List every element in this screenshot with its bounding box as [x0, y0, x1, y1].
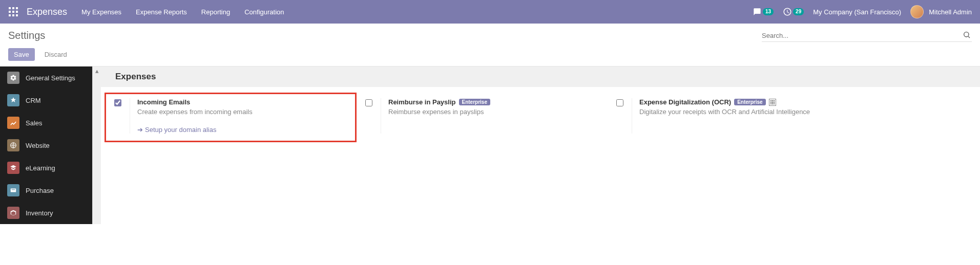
- svg-rect-20: [774, 102, 775, 103]
- setting-expense-ocr: Expense Digitalization (OCR) Enterprise …: [607, 93, 858, 142]
- enterprise-badge: Enterprise: [734, 99, 765, 105]
- main-area: General Settings CRM Sales Website eLear…: [0, 67, 980, 224]
- page-title: Settings: [8, 30, 45, 41]
- svg-rect-22: [772, 103, 773, 104]
- nav-expense-reports[interactable]: Expense Reports: [136, 8, 187, 16]
- setting-title: Incoming Emails: [137, 98, 350, 106]
- company-switcher[interactable]: My Company (San Francisco): [813, 8, 901, 16]
- svg-rect-2: [16, 7, 18, 9]
- save-button[interactable]: Save: [8, 48, 35, 61]
- gear-icon: [7, 72, 19, 84]
- search-input[interactable]: [762, 30, 962, 41]
- svg-rect-21: [770, 103, 772, 104]
- svg-rect-12: [11, 189, 16, 192]
- sidebar-item-website[interactable]: Website: [0, 134, 92, 157]
- activities-button[interactable]: 29: [783, 7, 804, 16]
- sidebar-item-label: Website: [26, 142, 50, 149]
- sidebar-item-crm[interactable]: CRM: [0, 89, 92, 112]
- svg-rect-15: [770, 100, 772, 101]
- sidebar-scrollbar[interactable]: ▴: [92, 67, 101, 224]
- sidebar-item-label: Purchase: [26, 187, 54, 194]
- globe-icon: [7, 139, 19, 151]
- expense-ocr-checkbox[interactable]: [616, 99, 623, 106]
- setting-title: Expense Digitalization (OCR): [639, 98, 731, 106]
- discard-button[interactable]: Discard: [39, 48, 73, 61]
- messages-badge: 13: [763, 8, 774, 15]
- sidebar-item-label: Sales: [26, 119, 43, 127]
- svg-rect-5: [16, 11, 18, 13]
- sidebar-item-general-settings[interactable]: General Settings: [0, 67, 92, 89]
- settings-sidebar: General Settings CRM Sales Website eLear…: [0, 67, 92, 224]
- apps-icon[interactable]: [8, 7, 18, 17]
- svg-rect-0: [9, 7, 11, 9]
- chart-icon: [7, 117, 19, 129]
- avatar: [910, 5, 924, 18]
- setup-domain-alias-link[interactable]: ➔ Setup your domain alias: [137, 126, 350, 134]
- section-header: Expenses: [101, 67, 980, 87]
- setting-action-label: Setup your domain alias: [145, 126, 216, 134]
- user-menu[interactable]: Mitchell Admin: [910, 5, 972, 18]
- messages-button[interactable]: 13: [753, 8, 774, 16]
- setting-desc: Create expenses from incoming emails: [137, 108, 350, 116]
- incoming-emails-checkbox[interactable]: [114, 99, 121, 106]
- svg-rect-19: [772, 102, 773, 103]
- app-brand[interactable]: Expenses: [27, 7, 67, 17]
- svg-point-9: [964, 32, 969, 37]
- sidebar-item-label: CRM: [26, 97, 41, 104]
- handshake-icon: [7, 94, 19, 106]
- sidebar-item-label: Inventory: [26, 209, 53, 217]
- search-icon[interactable]: [962, 30, 972, 41]
- svg-rect-7: [12, 14, 14, 16]
- cart-icon: [7, 184, 19, 196]
- search-box[interactable]: [762, 30, 972, 42]
- settings-content: Expenses Incoming Emails Create expenses…: [101, 67, 980, 224]
- svg-line-10: [968, 36, 970, 38]
- setting-incoming-emails: Incoming Emails Create expenses from inc…: [105, 93, 356, 142]
- sidebar-item-sales[interactable]: Sales: [0, 112, 92, 134]
- enterprise-badge: Enterprise: [459, 99, 490, 105]
- setting-desc: Reimburse expenses in payslips: [388, 108, 601, 116]
- sidebar-item-purchase[interactable]: Purchase: [0, 179, 92, 202]
- svg-rect-23: [774, 103, 775, 104]
- arrow-right-icon: ➔: [137, 126, 143, 134]
- sidebar-item-label: General Settings: [26, 74, 75, 82]
- scroll-up-icon[interactable]: ▴: [93, 67, 101, 75]
- sidebar-item-label: eLearning: [26, 164, 55, 172]
- svg-rect-8: [16, 14, 18, 16]
- reimburse-payslip-checkbox[interactable]: [365, 99, 372, 106]
- svg-rect-18: [770, 102, 772, 103]
- svg-rect-3: [9, 11, 11, 13]
- user-name: Mitchell Admin: [929, 8, 972, 16]
- nav-configuration[interactable]: Configuration: [244, 8, 284, 16]
- svg-rect-13: [12, 189, 15, 190]
- sidebar-item-elearning[interactable]: eLearning: [0, 157, 92, 179]
- nav-my-expenses[interactable]: My Expenses: [81, 8, 121, 16]
- svg-rect-1: [12, 7, 14, 9]
- svg-rect-6: [9, 14, 11, 16]
- setting-reimburse-payslip: Reimburse in Payslip Enterprise Reimburs…: [356, 93, 607, 142]
- activities-badge: 29: [793, 8, 804, 15]
- setting-title: Reimburse in Payslip: [388, 98, 456, 106]
- iap-icon: [769, 99, 776, 106]
- svg-rect-17: [774, 100, 775, 101]
- control-panel: Settings Save Discard: [0, 24, 980, 67]
- sidebar-item-inventory[interactable]: Inventory: [0, 202, 92, 224]
- svg-rect-16: [772, 100, 773, 101]
- topnav: Expenses My Expenses Expense Reports Rep…: [0, 0, 980, 24]
- svg-rect-4: [12, 11, 14, 13]
- setting-desc: Digitalize your receipts with OCR and Ar…: [639, 108, 852, 116]
- graduation-icon: [7, 162, 19, 174]
- nav-reporting[interactable]: Reporting: [201, 8, 230, 16]
- box-icon: [7, 207, 19, 219]
